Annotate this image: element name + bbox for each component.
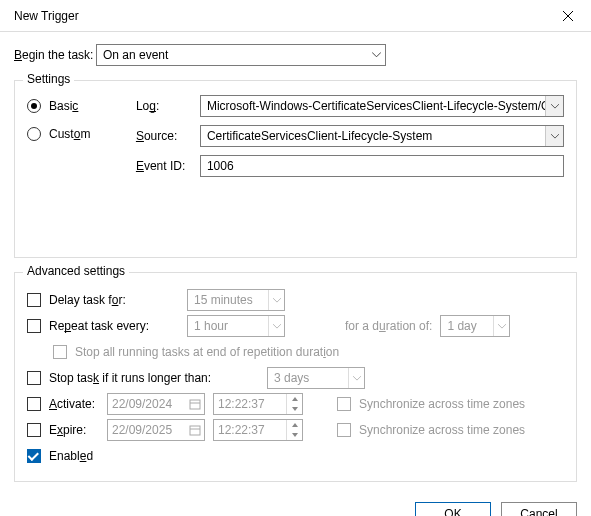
source-row: Source: CertificateServicesClient-Lifecy… <box>136 125 564 147</box>
expire-sync-checkbox[interactable]: Synchronize across time zones <box>337 423 525 437</box>
expire-time-input[interactable]: 12:22:37 <box>213 419 303 441</box>
duration-label: for a duration of: <box>345 319 432 333</box>
checkbox-icon <box>337 397 351 411</box>
advanced-legend: Advanced settings <box>23 264 129 278</box>
expire-row: Expire: 22/09/2025 12:22:37 Synchronize … <box>27 417 564 443</box>
activate-date-input[interactable]: 22/09/2024 <box>107 393 205 415</box>
chevron-down-icon <box>268 316 284 336</box>
stoplonger-checkbox[interactable]: Stop task if it runs longer than: <box>27 371 259 385</box>
chevron-down-icon <box>372 52 381 58</box>
calendar-icon <box>188 398 202 410</box>
fields-column: Log: Microsoft-Windows-CertificateServic… <box>136 95 564 177</box>
activate-checkbox[interactable]: Activate: <box>27 397 99 411</box>
activate-row: Activate: 22/09/2024 12:22:37 Synchroniz… <box>27 391 564 417</box>
svg-rect-2 <box>190 400 200 409</box>
chevron-down-icon <box>545 126 563 146</box>
stoplonger-row: Stop task if it runs longer than: 3 days <box>27 365 564 391</box>
eventid-label: Event ID: <box>136 159 194 173</box>
chevron-down-icon <box>348 368 364 388</box>
svg-rect-4 <box>190 426 200 435</box>
log-value: Microsoft-Windows-CertificateServicesCli… <box>207 99 557 113</box>
expire-time: 12:22:37 <box>218 423 265 437</box>
checkbox-icon <box>27 371 41 385</box>
expire-checkbox[interactable]: Expire: <box>27 423 99 437</box>
cancel-button[interactable]: Cancel <box>501 502 577 516</box>
radio-custom[interactable]: Custom <box>27 127 136 141</box>
window-title: New Trigger <box>14 9 545 23</box>
expire-date: 22/09/2025 <box>112 423 172 437</box>
begin-label: Begin the task: <box>14 48 96 62</box>
close-icon <box>563 11 573 21</box>
duration-combo[interactable]: 1 day <box>440 315 510 337</box>
chevron-down-icon <box>493 316 509 336</box>
enabled-row: Enabled <box>27 443 564 469</box>
close-button[interactable] <box>545 0 591 32</box>
title-bar: New Trigger <box>0 0 591 32</box>
repeat-row: Repeat task every: 1 hour for a duration… <box>27 313 564 339</box>
sync-label-1: Synchronize across time zones <box>359 397 525 411</box>
repeat-combo[interactable]: 1 hour <box>187 315 285 337</box>
eventid-input[interactable]: 1006 <box>200 155 564 177</box>
stop-all-row: Stop all running tasks at end of repetit… <box>27 339 564 365</box>
activate-time: 12:22:37 <box>218 397 265 411</box>
checkbox-icon <box>27 293 41 307</box>
expire-date-input[interactable]: 22/09/2025 <box>107 419 205 441</box>
stoplonger-combo[interactable]: 3 days <box>267 367 365 389</box>
settings-body: Basic Custom Log: Microsoft-Windows-Cert… <box>27 95 564 177</box>
log-label: Log: <box>136 99 194 113</box>
begin-task-combo[interactable]: On an event <box>96 44 386 66</box>
delay-value: 15 minutes <box>194 293 253 307</box>
content-area: Begin the task: On an event Settings Bas… <box>0 32 591 492</box>
checkbox-icon <box>53 345 67 359</box>
delay-combo[interactable]: 15 minutes <box>187 289 285 311</box>
begin-task-value: On an event <box>103 48 168 62</box>
spinner-icon <box>286 420 302 440</box>
repeat-checkbox[interactable]: Repeat task every: <box>27 319 179 333</box>
settings-group: Settings Basic Custom Log: <box>14 80 577 258</box>
chevron-down-icon <box>545 96 563 116</box>
checkbox-icon <box>27 449 41 463</box>
checkbox-icon <box>27 397 41 411</box>
eventid-value: 1006 <box>207 159 234 173</box>
calendar-icon <box>188 424 202 436</box>
footer: OK Cancel <box>0 492 591 516</box>
chevron-down-icon <box>268 290 284 310</box>
source-label: Source: <box>136 129 194 143</box>
activate-sync-checkbox[interactable]: Synchronize across time zones <box>337 397 525 411</box>
source-combo[interactable]: CertificateServicesClient-Lifecycle-Syst… <box>200 125 564 147</box>
spinner-icon <box>286 394 302 414</box>
repeat-value: 1 hour <box>194 319 228 333</box>
radio-column: Basic Custom <box>27 95 136 177</box>
checkbox-icon <box>337 423 351 437</box>
sync-label-2: Synchronize across time zones <box>359 423 525 437</box>
log-row: Log: Microsoft-Windows-CertificateServic… <box>136 95 564 117</box>
radio-icon <box>27 99 41 113</box>
enabled-checkbox[interactable]: Enabled <box>27 449 93 463</box>
log-combo[interactable]: Microsoft-Windows-CertificateServicesCli… <box>200 95 564 117</box>
activate-time-input[interactable]: 12:22:37 <box>213 393 303 415</box>
radio-basic[interactable]: Basic <box>27 99 136 113</box>
source-value: CertificateServicesClient-Lifecycle-Syst… <box>207 129 432 143</box>
radio-icon <box>27 127 41 141</box>
checkbox-icon <box>27 319 41 333</box>
stoplonger-value: 3 days <box>274 371 309 385</box>
eventid-row: Event ID: 1006 <box>136 155 564 177</box>
stop-all-checkbox[interactable]: Stop all running tasks at end of repetit… <box>53 345 339 359</box>
duration-value: 1 day <box>447 319 476 333</box>
advanced-group: Advanced settings Delay task for: 15 min… <box>14 272 577 482</box>
delay-row: Delay task for: 15 minutes <box>27 287 564 313</box>
activate-date: 22/09/2024 <box>112 397 172 411</box>
settings-legend: Settings <box>23 72 74 86</box>
begin-row: Begin the task: On an event <box>14 44 577 66</box>
dialog-window: New Trigger Begin the task: On an event … <box>0 0 591 516</box>
ok-button[interactable]: OK <box>415 502 491 516</box>
checkbox-icon <box>27 423 41 437</box>
delay-checkbox[interactable]: Delay task for: <box>27 293 179 307</box>
